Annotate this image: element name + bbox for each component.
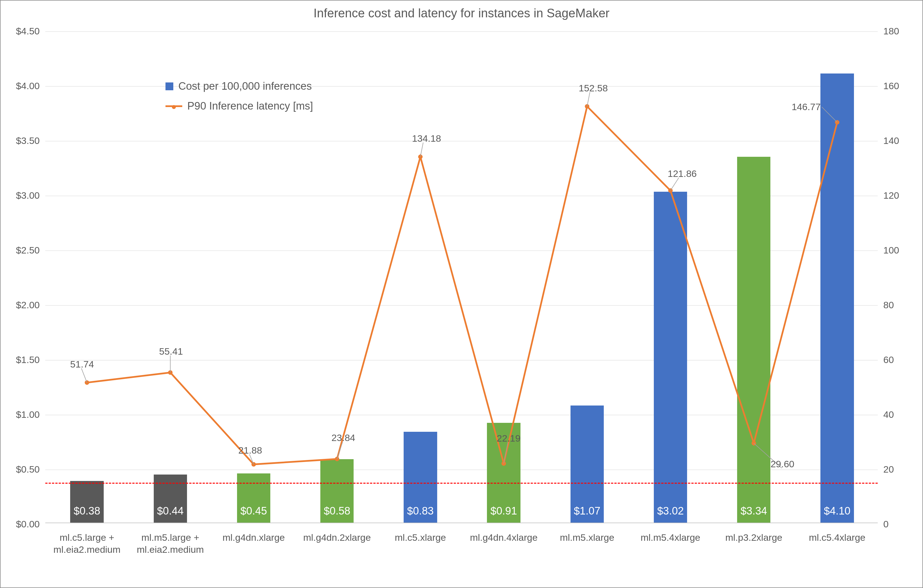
x-category-label: ml.c5.xlarge xyxy=(379,532,462,544)
y-left-tick: $3.00 xyxy=(6,190,40,201)
y-left-tick: $3.50 xyxy=(6,135,40,146)
y-right-tick: 0 xyxy=(883,519,911,530)
line-value-label: 29.60 xyxy=(771,458,795,470)
y-right-tick: 160 xyxy=(883,80,911,91)
svg-line-19 xyxy=(822,107,837,122)
x-category-label: ml.m5.4xlarge xyxy=(629,532,712,544)
line-value-label: 152.58 xyxy=(579,83,608,94)
chart-frame: Inference cost and latency for instances… xyxy=(0,0,923,588)
y-left-tick: $0.00 xyxy=(6,519,40,530)
y-left-tick: $2.50 xyxy=(6,245,40,256)
y-left-tick: $1.50 xyxy=(6,354,40,365)
x-category-label: ml.m5.xlarge xyxy=(545,532,629,544)
y-left-tick: $4.00 xyxy=(6,80,40,91)
x-category-label: ml.g4dn.2xlarge xyxy=(296,532,379,544)
x-axis-labels: ml.c5.large +ml.eia2.mediumml.m5.large +… xyxy=(45,526,878,588)
plot-area: $0.38$0.44$0.45$0.58$0.83$0.91$1.07$3.02… xyxy=(45,31,878,523)
y-left-tick: $0.50 xyxy=(6,464,40,475)
y-left-tick: $2.00 xyxy=(6,300,40,310)
chart-title: Inference cost and latency for instances… xyxy=(0,6,923,20)
y-right-tick: 140 xyxy=(883,135,911,146)
svg-line-16 xyxy=(587,92,590,107)
legend-swatch-line-icon xyxy=(166,105,182,107)
y-right-tick: 20 xyxy=(883,464,911,475)
x-category-label: ml.m5.large +ml.eia2.medium xyxy=(128,532,212,555)
line-value-label: 121.86 xyxy=(668,168,697,179)
y-right-tick: 60 xyxy=(883,354,911,365)
line-value-label: 55.41 xyxy=(159,346,183,357)
y-right-tick: 40 xyxy=(883,409,911,420)
y-left-tick: $1.00 xyxy=(6,409,40,420)
y-right-tick: 120 xyxy=(883,190,911,201)
legend: Cost per 100,000 inferencesP90 Inference… xyxy=(166,80,313,120)
y-right-tick: 100 xyxy=(883,245,911,256)
svg-line-10 xyxy=(81,368,87,383)
svg-line-13 xyxy=(337,442,343,459)
x-category-label: ml.g4dn.4xlarge xyxy=(462,532,545,544)
x-category-label: ml.c5.large +ml.eia2.medium xyxy=(45,532,128,555)
legend-item-cost: Cost per 100,000 inferences xyxy=(166,80,313,92)
legend-swatch-bar-icon xyxy=(166,82,173,90)
y-right-tick: 180 xyxy=(883,26,911,37)
line-value-label: 23.84 xyxy=(332,432,355,443)
line-value-label: 22.19 xyxy=(497,433,521,444)
svg-line-14 xyxy=(420,143,423,157)
svg-line-17 xyxy=(670,178,679,191)
x-category-label: ml.g4dn.xlarge xyxy=(212,532,295,544)
line-value-label: 134.18 xyxy=(412,133,441,144)
line-value-label: 146.77 xyxy=(792,102,821,112)
y-left-tick: $4.50 xyxy=(6,26,40,37)
x-category-label: ml.p3.2xlarge xyxy=(712,532,795,544)
y-right-tick: 80 xyxy=(883,300,911,310)
legend-label: P90 Inference latency [ms] xyxy=(187,100,313,112)
x-category-label: ml.c5.4xlarge xyxy=(795,532,879,544)
line-value-label: 21.88 xyxy=(238,445,262,456)
svg-line-15 xyxy=(504,442,508,464)
legend-item-latency: P90 Inference latency [ms] xyxy=(166,100,313,112)
legend-label: Cost per 100,000 inferences xyxy=(178,80,312,92)
line-value-label: 51.74 xyxy=(70,359,94,370)
